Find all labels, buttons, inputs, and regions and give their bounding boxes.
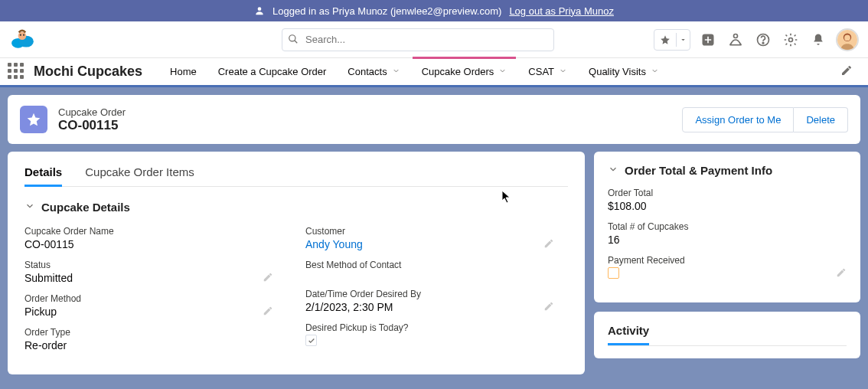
pencil-icon[interactable] [543,301,554,314]
tab-order-items[interactable]: Cupcake Order Items [85,165,194,186]
customer-link[interactable]: Andy Young [305,238,554,250]
record-header: Cupcake Order CO-00115 Assign Order to M… [8,95,860,144]
chevron-down-icon [651,66,659,77]
nav-label: Create a Cupcake Order [218,66,327,77]
gear-icon[interactable] [781,30,801,50]
pencil-icon[interactable] [263,306,273,319]
activity-card: Activity [594,312,860,358]
app-name: Mochi Cupcakes [34,64,142,80]
field-pickup-today: Desired Pickup is Today? [305,322,554,347]
global-search [282,28,554,51]
field-desired-datetime: Date/Time Order Desired By 2/1/2023, 2:3… [305,289,554,313]
record-type-icon [20,106,47,133]
svg-point-11 [762,42,764,44]
field-label: Order Type [24,327,273,338]
tab-details[interactable]: Details [24,165,62,186]
field-order-method: Order Method Pickup [24,293,273,318]
search-input[interactable] [282,28,554,51]
delete-button[interactable]: Delete [794,107,848,132]
nav-label: Quality Visits [589,66,646,77]
help-icon[interactable] [753,30,773,50]
field-payment-received: Payment Received [608,255,847,281]
chevron-down-icon [559,66,567,77]
nav-label: Home [170,66,197,77]
field-status: Status Submitted [24,260,273,284]
field-label: Date/Time Order Desired By [305,289,554,299]
section-title: Cupcake Details [41,201,130,214]
field-order-total: Order Total $108.00 [608,188,847,212]
field-label: Total # of Cupcakes [608,221,847,232]
detail-tabs: Details Cupcake Order Items [24,165,568,187]
tab-activity[interactable]: Activity [608,324,649,345]
section-payment-info[interactable]: Order Total & Payment Info [608,164,847,177]
field-order-name: Cupcake Order Name CO-00115 [24,226,273,250]
pencil-icon[interactable] [836,267,847,280]
nav-csat[interactable]: CSAT [519,57,576,87]
section-title: Order Total & Payment Info [625,164,772,177]
nav-contacts[interactable]: Contacts [338,57,409,87]
checkbox-unchecked [608,267,619,279]
field-value: 16 [608,234,847,246]
nav-cupcake-orders[interactable]: Cupcake Orders [413,57,517,87]
chevron-down-icon [676,33,687,47]
trailhead-icon[interactable] [726,30,746,50]
svg-line-7 [295,40,298,43]
person-icon [254,5,265,16]
field-value: Submitted [24,272,273,284]
svg-point-6 [289,34,295,41]
edit-nav-icon[interactable] [840,64,860,79]
field-value: $108.00 [608,200,847,212]
field-value: Pickup [24,306,273,318]
field-label: Desired Pickup is Today? [305,322,554,333]
field-value: 2/1/2023, 2:30 PM [305,301,554,313]
field-label: Order Total [608,188,847,198]
payment-info-card: Order Total & Payment Info Order Total $… [594,152,860,302]
logout-link[interactable]: Log out as Priya Munoz [509,5,614,17]
chevron-down-icon [392,66,400,77]
star-icon [658,34,673,45]
assign-order-button[interactable]: Assign Order to Me [682,107,794,132]
chevron-down-icon [608,164,618,177]
field-label: Payment Received [608,255,847,266]
nav-quality-visits[interactable]: Quality Visits [579,57,668,87]
svg-point-9 [734,34,738,38]
chevron-down-icon [498,66,507,77]
nav-label: CSAT [528,66,554,77]
svg-point-3 [18,31,27,40]
section-cupcake-details[interactable]: Cupcake Details [24,201,568,214]
bell-icon[interactable] [808,30,828,50]
field-label: Cupcake Order Name [24,226,273,237]
app-nav: Mochi Cupcakes Home Create a Cupcake Ord… [0,58,868,87]
svg-point-4 [20,34,21,35]
field-label: Best Method of Contact [305,260,554,270]
nav-label: Contacts [348,66,387,77]
checkbox-checked [305,335,317,346]
field-label: Customer [305,226,554,237]
user-avatar[interactable] [836,28,859,51]
field-customer: Customer Andy Young [305,226,554,250]
nav-label: Cupcake Orders [422,66,494,77]
add-icon[interactable] [698,30,718,50]
impersonation-banner: Logged in as Priya Munoz (jenwlee2@previ… [0,0,868,21]
field-best-contact: Best Method of Contact [305,260,554,270]
field-label: Status [24,260,273,270]
nav-home[interactable]: Home [161,57,206,87]
record-type-label: Cupcake Order [58,106,126,118]
nav-create-order[interactable]: Create a Cupcake Order [209,57,336,87]
svg-point-15 [844,34,850,41]
pencil-icon[interactable] [263,272,273,285]
search-icon [288,34,299,47]
field-cupcake-count: Total # of Cupcakes 16 [608,221,847,246]
app-launcher-icon[interactable] [8,63,26,81]
pencil-icon[interactable] [543,238,554,251]
field-value: CO-00115 [24,238,273,250]
global-header [0,21,868,58]
record-name: CO-00115 [58,118,126,133]
record-title: Cupcake Order CO-00115 [58,106,126,133]
svg-point-5 [23,34,24,35]
salesforce-logo [9,26,37,54]
svg-point-0 [258,7,262,11]
favorites-button[interactable] [654,29,690,51]
main-panel: Details Cupcake Order Items Cupcake Deta… [8,152,585,374]
svg-point-12 [789,38,793,41]
